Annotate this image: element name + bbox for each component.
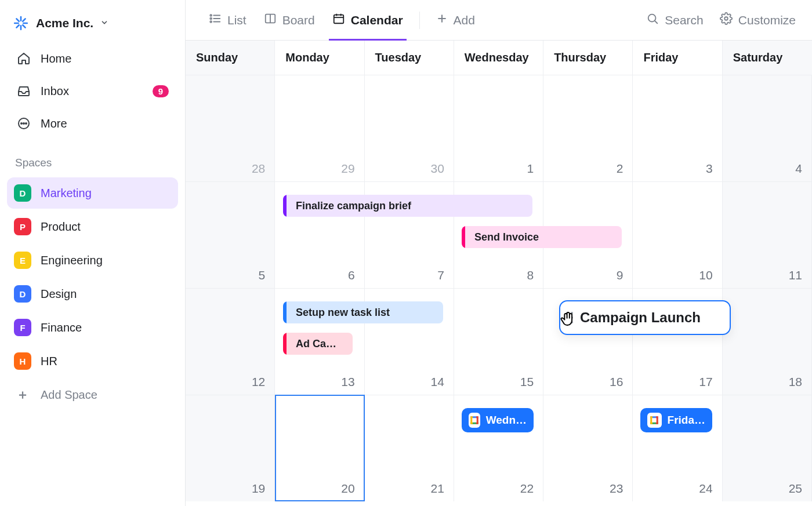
calendar-cell[interactable]: 2 bbox=[543, 75, 633, 181]
nav-more-label: More bbox=[41, 117, 67, 130]
customize-button[interactable]: Customize bbox=[720, 12, 796, 28]
sidebar: Acme Inc. Home Inbox 9 bbox=[0, 0, 186, 506]
event-label: Campaign Launch bbox=[580, 310, 701, 326]
view-tab-calendar[interactable]: Calendar bbox=[325, 0, 410, 40]
calendar-cell[interactable]: 23 bbox=[543, 395, 633, 501]
space-design[interactable]: D Design bbox=[7, 278, 178, 310]
add-view-button[interactable]: Add bbox=[429, 0, 482, 40]
svg-line-27 bbox=[655, 21, 658, 24]
calendar-cell-today[interactable]: 20 bbox=[275, 395, 364, 501]
svg-point-28 bbox=[724, 17, 728, 20]
svg-line-7 bbox=[23, 19, 25, 21]
svg-point-11 bbox=[26, 123, 27, 124]
view-tab-label: Board bbox=[282, 13, 315, 27]
view-tab-board[interactable]: Board bbox=[257, 0, 322, 40]
date-number: 16 bbox=[610, 375, 623, 389]
space-hr[interactable]: H HR bbox=[7, 345, 178, 377]
event-label: Frida… bbox=[668, 414, 705, 427]
calendar-cell[interactable]: 3 bbox=[633, 75, 722, 181]
search-label: Search bbox=[665, 13, 704, 27]
view-tabs: List Board Calendar bbox=[202, 0, 482, 40]
list-icon bbox=[209, 12, 222, 28]
date-number: 29 bbox=[341, 162, 354, 176]
date-number: 14 bbox=[430, 375, 444, 389]
spaces-list: D Marketing P Product E Engineering D De… bbox=[7, 177, 178, 410]
space-marketing[interactable]: D Marketing bbox=[7, 177, 178, 209]
calendar-cell[interactable]: 28 bbox=[186, 75, 275, 181]
svg-point-12 bbox=[210, 14, 212, 16]
event-campaign-launch[interactable]: Campaign Launch bbox=[559, 300, 731, 335]
space-product[interactable]: P Product bbox=[7, 211, 178, 242]
date-number: 13 bbox=[341, 375, 354, 389]
add-view-label: Add bbox=[454, 13, 475, 27]
calendar-cell[interactable]: 1 bbox=[454, 75, 543, 181]
app-logo-icon bbox=[13, 15, 29, 31]
spaces-header: Spaces bbox=[7, 138, 178, 177]
calendar-header-row: Sunday Monday Tuesday Wednesday Thursday… bbox=[186, 41, 812, 75]
day-header-tue: Tuesday bbox=[365, 41, 454, 75]
space-label: HR bbox=[41, 355, 57, 368]
nav-home[interactable]: Home bbox=[9, 44, 176, 73]
date-number: 18 bbox=[789, 375, 802, 389]
space-label: Finance bbox=[41, 321, 82, 334]
nav-inbox[interactable]: Inbox 9 bbox=[9, 77, 176, 105]
date-number: 4 bbox=[795, 162, 802, 176]
calendar-cell[interactable]: 21 bbox=[365, 395, 454, 501]
date-number: 20 bbox=[341, 482, 354, 496]
calendar-cell[interactable]: 11 bbox=[723, 181, 812, 288]
calendar-cell[interactable]: 25 bbox=[723, 395, 812, 501]
calendar-cell[interactable]: 30 bbox=[365, 75, 454, 181]
view-tab-label: Calendar bbox=[351, 13, 403, 27]
calendar-cell[interactable]: 12 bbox=[186, 288, 275, 395]
event-label: Send Invoice bbox=[474, 231, 539, 243]
svg-line-4 bbox=[16, 19, 19, 21]
nav-more[interactable]: More bbox=[9, 109, 176, 138]
topbar: List Board Calendar bbox=[186, 0, 812, 41]
search-button[interactable]: Search bbox=[646, 12, 704, 28]
calendar-cell[interactable]: 29 bbox=[275, 75, 364, 181]
plus-icon: ＋ bbox=[14, 386, 31, 403]
calendar-cell[interactable]: 15 bbox=[454, 288, 543, 395]
event-label: Wedn… bbox=[486, 414, 527, 427]
space-avatar: D bbox=[14, 285, 31, 303]
svg-rect-40 bbox=[652, 418, 657, 423]
date-number: 23 bbox=[610, 482, 623, 496]
calendar-cell[interactable]: 10 bbox=[633, 181, 722, 288]
date-number: 25 bbox=[789, 482, 802, 496]
workspace-switcher[interactable]: Acme Inc. bbox=[7, 10, 178, 44]
day-header-fri: Friday bbox=[633, 41, 722, 75]
home-icon bbox=[16, 51, 31, 66]
day-header-sat: Saturday bbox=[723, 41, 812, 75]
nav-home-label: Home bbox=[41, 52, 71, 65]
svg-point-9 bbox=[21, 123, 22, 124]
event-google-fri[interactable]: Frida… bbox=[640, 408, 712, 432]
calendar-cell[interactable]: 5 bbox=[186, 181, 275, 288]
divider bbox=[419, 12, 420, 29]
calendar-cell[interactable]: 19 bbox=[186, 395, 275, 501]
calendar-icon bbox=[332, 12, 345, 28]
drag-handle-icon[interactable] bbox=[566, 312, 573, 323]
calendar-cell[interactable]: 4 bbox=[723, 75, 812, 181]
event-setup-task-list[interactable]: Setup new task list bbox=[283, 301, 443, 323]
event-google-wed[interactable]: Wedn… bbox=[462, 408, 534, 432]
date-number: 11 bbox=[789, 268, 802, 282]
event-ad-campaign[interactable]: Ad Ca… bbox=[283, 333, 353, 355]
view-tab-list[interactable]: List bbox=[202, 0, 253, 40]
plus-icon bbox=[436, 13, 448, 27]
date-number: 8 bbox=[527, 268, 534, 282]
svg-rect-34 bbox=[472, 418, 477, 423]
space-finance[interactable]: F Finance bbox=[7, 312, 178, 343]
space-avatar: F bbox=[14, 319, 31, 336]
calendar-cell[interactable]: 18 bbox=[723, 288, 812, 395]
event-send-invoice[interactable]: Send Invoice bbox=[462, 226, 622, 248]
date-number: 1 bbox=[527, 162, 534, 176]
add-space-button[interactable]: ＋ Add Space bbox=[7, 379, 178, 410]
date-number: 7 bbox=[437, 268, 444, 282]
space-engineering[interactable]: E Engineering bbox=[7, 245, 178, 276]
event-finalize-brief[interactable]: Finalize campaign brief bbox=[283, 195, 532, 217]
date-number: 10 bbox=[699, 268, 712, 282]
view-tab-label: List bbox=[227, 13, 246, 27]
date-number: 6 bbox=[348, 268, 355, 282]
space-avatar: H bbox=[14, 352, 31, 370]
date-number: 22 bbox=[520, 482, 534, 496]
